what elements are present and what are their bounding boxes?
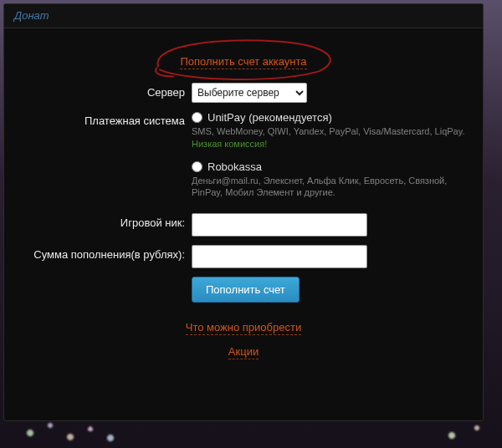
nickname-label: Игровой ник: [21,213,192,229]
panel-header: Донат [4,4,483,28]
nickname-row: Игровой ник: [21,213,466,237]
amount-input[interactable] [192,245,367,268]
server-label: Сервер [21,83,192,99]
robokassa-label: Robokassa [207,160,262,173]
unitpay-radio[interactable] [192,112,202,123]
submit-row: Пополнить счет [21,277,466,303]
page-title[interactable]: Пополнить счет аккаунта [180,55,306,69]
header-tab[interactable]: Донат [14,9,49,22]
amount-label: Сумма пополнения(в рублях): [21,245,192,261]
title-row: Пополнить счет аккаунта [21,55,466,69]
footer-links: Что можно приобрести Акции [21,316,466,364]
unitpay-desc: SMS, WebMoney, QIWI, Yandex, PayPal, Vis… [192,125,466,137]
payment-option-unitpay[interactable]: UnitPay (рекомендуется) [192,111,466,124]
submit-button[interactable]: Пополнить счет [192,277,300,303]
server-select[interactable]: Выберите сервер [192,83,307,103]
robokassa-desc: Деньги@mail.ru, Элекснет, Альфа Клик, Ев… [192,175,466,198]
payment-system-label: Платежная система [21,111,192,127]
unitpay-note: Низкая комиссия! [192,139,466,149]
payment-system-row: Платежная система UnitPay (рекомендуется… [21,111,466,200]
robokassa-radio[interactable] [192,161,202,172]
panel-content: Пополнить счет аккаунта Сервер Выберите … [4,28,483,364]
nickname-input[interactable] [192,213,367,237]
link-what-to-buy[interactable]: Что можно приобрести [186,321,301,335]
amount-row: Сумма пополнения(в рублях): [21,245,466,268]
link-promo[interactable]: Акции [228,345,259,359]
donate-panel: Донат Пополнить счет аккаунта Сервер Выб… [3,3,484,421]
server-row: Сервер Выберите сервер [21,83,466,103]
unitpay-label: UnitPay (рекомендуется) [207,111,332,124]
payment-option-robokassa[interactable]: Robokassa [192,160,466,173]
